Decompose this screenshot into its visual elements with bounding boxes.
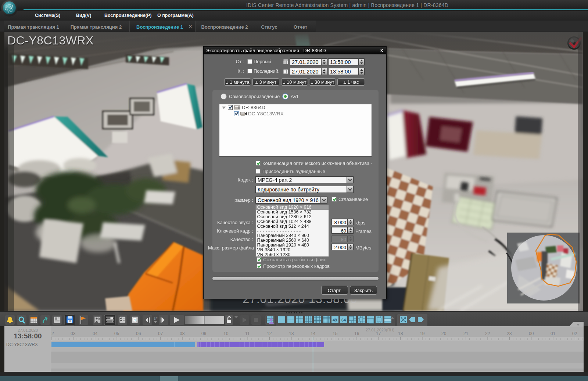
svg-text:1: 1 [134,318,136,322]
svg-text:1F: 1F [154,317,158,320]
svg-text:64: 64 [341,318,346,322]
svg-text:49: 49 [333,318,337,322]
